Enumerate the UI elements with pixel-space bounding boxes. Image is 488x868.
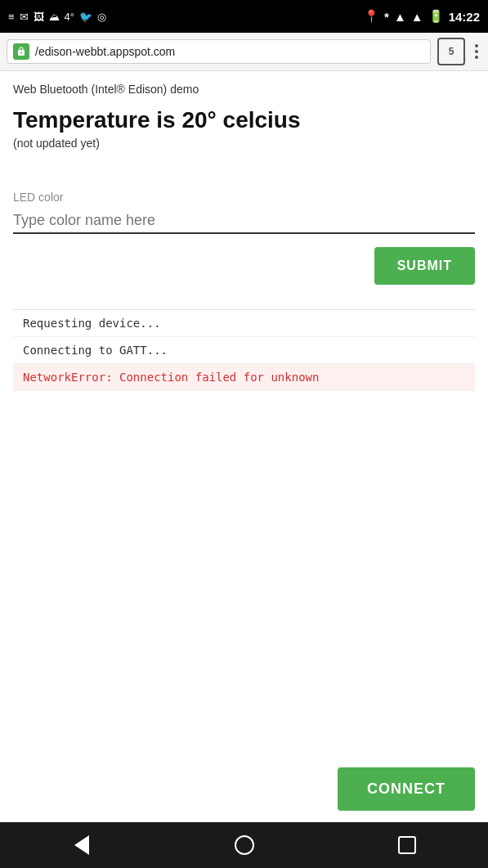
log-line-1: Requesting device... [13, 310, 475, 337]
nav-bar [0, 822, 488, 868]
back-button[interactable] [67, 830, 96, 860]
email-icon: ✉ [20, 11, 29, 23]
not-updated-text: (not updated yet) [13, 137, 475, 150]
submit-row: SUBMIT [13, 247, 475, 285]
temp-label: 4° [65, 11, 74, 23]
led-label: LED color [13, 191, 475, 204]
page-content: Web Bluetooth (Intel® Edison) demo Tempe… [0, 71, 488, 822]
back-icon [74, 835, 89, 855]
battery-icon: 🔋 [428, 9, 444, 24]
status-bar-left: ≡ ✉ 🖼 ⛰ 4° 🐦 ◎ [8, 11, 106, 23]
menu-dot-1 [475, 44, 478, 47]
status-bar-right: 📍 * ▲ ▲ 🔋 14:22 [364, 9, 480, 24]
tabs-button[interactable]: 5 [437, 38, 465, 65]
connect-button[interactable]: CONNECT [338, 767, 475, 811]
wifi-icon: ▲ [394, 10, 406, 24]
signal-icon: ▲ [411, 10, 423, 24]
tab-count: 5 [449, 46, 454, 57]
recents-icon [398, 836, 416, 854]
image-icon: 🖼 [34, 11, 44, 23]
mountain-icon: ⛰ [49, 11, 60, 23]
log-section: Requesting device... Connecting to GATT.… [13, 309, 475, 391]
twitter-icon: 🐦 [79, 11, 92, 23]
bluetooth-icon: * [384, 10, 389, 24]
submit-button[interactable]: SUBMIT [374, 247, 475, 285]
address-bar-wrapper [7, 39, 431, 64]
log-line-2: Connecting to GATT... [13, 337, 475, 364]
led-section: LED color SUBMIT [13, 191, 475, 285]
browser-menu-button[interactable] [472, 41, 481, 62]
note-icon: ≡ [8, 11, 15, 23]
page-subtitle: Web Bluetooth (Intel® Edison) demo [13, 83, 475, 96]
home-icon [235, 835, 254, 855]
log-line-error: NetworkError: Connection failed for unkn… [13, 364, 475, 391]
location-icon: 📍 [364, 9, 379, 24]
menu-dot-2 [475, 50, 478, 53]
connect-row: CONNECT [338, 767, 475, 811]
status-bar: ≡ ✉ 🖼 ⛰ 4° 🐦 ◎ 📍 * ▲ ▲ 🔋 14:22 [0, 0, 488, 33]
lock-icon [13, 43, 29, 60]
temperature-heading: Temperature is 20° celcius [13, 107, 475, 133]
clock: 14:22 [449, 10, 480, 24]
menu-dot-3 [475, 56, 478, 59]
recents-button[interactable] [392, 830, 422, 860]
browser-chrome: 5 [0, 33, 488, 71]
chrome-icon: ◎ [97, 11, 106, 23]
led-color-input[interactable] [13, 209, 475, 234]
address-input[interactable] [7, 39, 431, 64]
home-button[interactable] [230, 830, 259, 860]
